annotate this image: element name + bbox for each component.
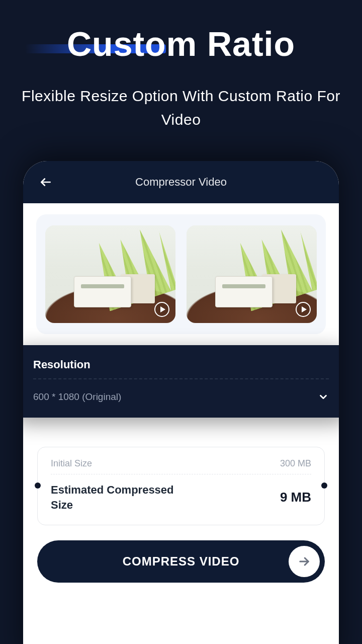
app-bar: Compressor Video xyxy=(23,161,339,203)
arrow-right-icon xyxy=(289,546,320,577)
video-thumbnail-1[interactable] xyxy=(45,225,175,323)
divider xyxy=(33,378,329,379)
resolution-label: Resolution xyxy=(33,358,329,371)
promo-subtitle: Flexible Resize Option With Custom Ratio… xyxy=(0,85,362,131)
slider-handle-right[interactable] xyxy=(321,482,327,489)
video-thumbnail-2[interactable] xyxy=(187,225,317,323)
appbar-title: Compressor Video xyxy=(23,176,339,189)
chevron-down-icon xyxy=(318,391,329,403)
promo-title: Custom Ratio xyxy=(0,24,362,63)
initial-size-label: Initial Size xyxy=(51,458,92,469)
promo-header: Custom Ratio Flexible Resize Option With… xyxy=(0,0,362,131)
compress-button-label: COMPRESS VIDEO xyxy=(123,554,240,569)
initial-size-value: 300 MB xyxy=(280,458,311,469)
compress-video-button[interactable]: COMPRESS VIDEO xyxy=(37,540,325,583)
resolution-value: 600 * 1080 (Original) xyxy=(33,391,121,403)
estimated-size-label: Estimated Compressed Size xyxy=(51,482,192,512)
back-icon[interactable] xyxy=(39,176,52,189)
resolution-select[interactable]: 600 * 1080 (Original) xyxy=(33,391,329,403)
phone-frame: Compressor Video Resolution 600 * 1080 (… xyxy=(23,161,339,644)
size-card: Initial Size 300 MB Estimated Compressed… xyxy=(37,447,325,525)
slider-handle-left[interactable] xyxy=(35,482,41,489)
resolution-card: Resolution 600 * 1080 (Original) xyxy=(23,345,339,418)
estimated-size-value: 9 MB xyxy=(280,490,311,505)
video-thumbnails xyxy=(36,214,326,334)
